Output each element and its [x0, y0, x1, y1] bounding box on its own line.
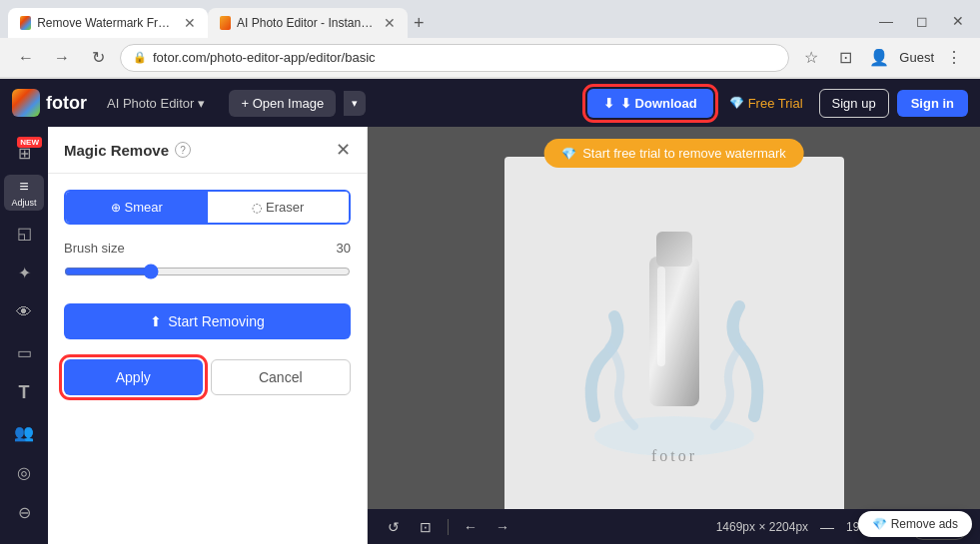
app-bar-right: ⬇ ⬇ Download 💎 Free Trial Sign up Sign i… — [587, 89, 968, 118]
crop-icon: ◱ — [17, 224, 32, 243]
svg-rect-3 — [657, 267, 665, 366]
more-options-icon[interactable]: ⋮ — [940, 44, 968, 72]
address-bar: ← → ↻ 🔒 fotor.com/photo-editor-app/edito… — [0, 38, 980, 78]
start-removing-icon: ⬆ — [150, 313, 162, 329]
tab-favicon-instant — [220, 16, 231, 30]
watermark-banner[interactable]: 💎 Start free trial to remove watermark — [543, 139, 804, 168]
open-image-label: + Open Image — [241, 96, 324, 111]
maximize-button[interactable]: ◻ — [908, 7, 936, 35]
free-trial-button[interactable]: 💎 Free Trial — [721, 92, 811, 115]
signup-button[interactable]: Sign up — [819, 89, 889, 118]
account-icon[interactable]: 👤 — [865, 44, 893, 72]
panel-title: Magic Remove — [64, 142, 169, 159]
sidebar-item-text[interactable]: T — [4, 374, 44, 410]
image-dimensions: 1469px × 2204px — [716, 520, 808, 534]
browser-chrome: Remove Watermark From Photo ✕ AI Photo E… — [0, 0, 980, 79]
new-tab-button[interactable]: + — [414, 13, 425, 34]
guest-label: Guest — [899, 50, 934, 65]
rotate-icon[interactable]: ↺ — [380, 513, 408, 541]
smear-tool-button[interactable]: ⊕ Smear — [66, 192, 208, 223]
eraser-icon: ◌ — [252, 201, 262, 215]
bookmark-icon[interactable]: ☆ — [797, 44, 825, 72]
sidebar-item-adjust[interactable]: ≡ Adjust — [4, 175, 44, 211]
brush-size-value: 30 — [337, 241, 351, 256]
open-image-chevron[interactable]: ▾ — [344, 91, 366, 116]
effects-icon: ✦ — [18, 264, 31, 282]
back-button[interactable]: ← — [12, 44, 40, 72]
zoom-out-button[interactable]: — — [816, 517, 838, 537]
toolbar-separator — [448, 519, 449, 535]
tab-active[interactable]: Remove Watermark From Photo ✕ — [8, 8, 208, 38]
product-svg: fotor — [574, 177, 774, 496]
smear-label: Smear — [125, 200, 163, 215]
refresh-button[interactable]: ↻ — [84, 44, 112, 72]
brush-size-row: Brush size 30 — [64, 241, 351, 256]
download-label: ⬇ Download — [620, 96, 697, 111]
sidebar-item-effects[interactable]: ✦ — [4, 255, 44, 290]
address-right-controls: ☆ ⊡ 👤 Guest ⋮ — [797, 44, 968, 72]
redo-icon[interactable]: → — [489, 513, 516, 541]
svg-rect-2 — [656, 232, 692, 267]
address-input[interactable]: 🔒 fotor.com/photo-editor-app/editor/basi… — [120, 44, 789, 72]
adjust-icon: ≡ — [19, 178, 28, 196]
panel-close-button[interactable]: ✕ — [336, 139, 351, 161]
info-icon[interactable]: ? — [175, 142, 191, 158]
app-logo: fotor — [12, 89, 87, 117]
sidebar-item-minus[interactable]: ⊖ — [4, 494, 44, 530]
minus-circle-icon: ⊖ — [18, 503, 31, 522]
sidebar-item-frame[interactable]: ▭ — [4, 334, 44, 370]
smear-icon: ⊕ — [111, 201, 121, 215]
people-icon: 👥 — [14, 423, 34, 442]
download-icon: ⬇ — [603, 96, 614, 111]
sidebar-icons: ⊞ NEW ≡ Adjust ◱ ✦ 👁 ▭ T 👥 ◎ ⊖ — [0, 127, 48, 544]
frame-icon: ▭ — [17, 343, 32, 362]
minimize-button[interactable]: — — [872, 7, 900, 35]
adjust-label: Adjust — [11, 198, 36, 208]
diamond-icon: 💎 — [729, 96, 744, 110]
watermark-banner-text: Start free trial to remove watermark — [582, 146, 786, 161]
sidebar-item-people[interactable]: 👥 — [4, 414, 44, 450]
magic-remove-panel: Magic Remove ? ✕ ⊕ Smear ◌ Eraser Brush … — [48, 127, 368, 544]
ai-photo-editor-menu[interactable]: AI Photo Editor ▾ — [99, 92, 213, 115]
sidebar-item-sticker[interactable]: 👁 — [4, 294, 44, 330]
ai-photo-editor-chevron: ▾ — [198, 96, 205, 111]
text-icon: T — [19, 382, 30, 403]
forward-button[interactable]: → — [48, 44, 76, 72]
apply-button[interactable]: Apply — [64, 359, 203, 395]
tab-close-2[interactable]: ✕ — [384, 15, 396, 31]
target-icon: ◎ — [17, 463, 31, 482]
cancel-label: Cancel — [259, 369, 303, 385]
close-window-button[interactable]: ✕ — [944, 7, 972, 35]
remove-ads-button[interactable]: 💎 Remove ads — [858, 511, 972, 537]
signin-button[interactable]: Sign in — [897, 90, 968, 117]
lock-icon: 🔒 — [133, 51, 147, 64]
panel-title-row: Magic Remove ? — [64, 142, 191, 159]
brush-size-slider[interactable] — [64, 264, 351, 279]
sidebar-item-target[interactable]: ◎ — [4, 454, 44, 490]
tab-favicon-fotor — [20, 16, 31, 30]
tab-close-1[interactable]: ✕ — [184, 15, 196, 31]
brush-size-label: Brush size — [64, 241, 125, 256]
tab-inactive[interactable]: AI Photo Editor - Instant Photo E ✕ — [208, 8, 408, 38]
sidebar-item-crop[interactable]: ◱ — [4, 215, 44, 251]
signup-label: Sign up — [832, 96, 876, 111]
download-button[interactable]: ⬇ ⬇ Download — [587, 89, 713, 118]
undo-icon[interactable]: ← — [457, 513, 485, 541]
new-badge: NEW — [17, 137, 42, 148]
eraser-label: Eraser — [266, 200, 304, 215]
start-removing-button[interactable]: ⬆ Start Removing — [64, 303, 351, 339]
eraser-tool-button[interactable]: ◌ Eraser — [208, 192, 350, 223]
split-view-icon[interactable]: ⊡ — [831, 44, 859, 72]
flip-icon[interactable]: ⊡ — [412, 513, 440, 541]
sidebar-item-grid[interactable]: ⊞ NEW — [4, 135, 44, 171]
tab-bar-controls: — ◻ ✕ — [872, 7, 972, 39]
remove-ads-label: Remove ads — [891, 517, 958, 531]
action-row: Apply Cancel — [64, 359, 351, 395]
cancel-button[interactable]: Cancel — [211, 359, 352, 395]
svg-rect-1 — [649, 257, 699, 406]
slider-container — [64, 264, 351, 283]
panel-header: Magic Remove ? ✕ — [48, 127, 367, 174]
app-bar: fotor AI Photo Editor ▾ + Open Image ▾ ⬇… — [0, 79, 980, 127]
tool-toggle: ⊕ Smear ◌ Eraser — [64, 190, 351, 225]
open-image-button[interactable]: + Open Image — [229, 90, 336, 117]
